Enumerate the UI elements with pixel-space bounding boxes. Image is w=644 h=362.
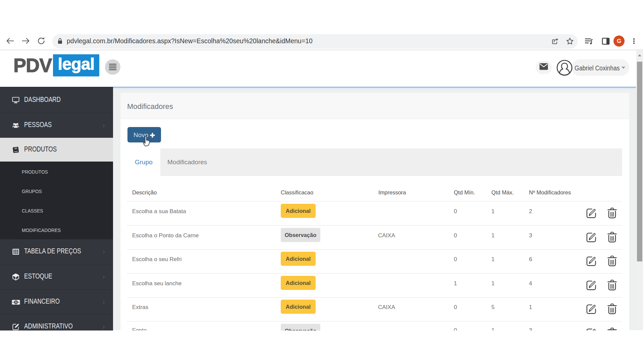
svg-text:$: $ <box>15 301 17 304</box>
